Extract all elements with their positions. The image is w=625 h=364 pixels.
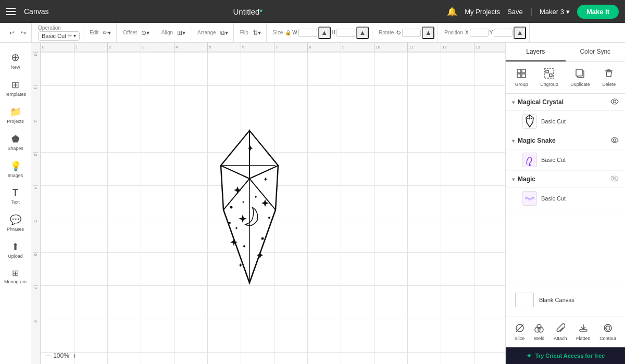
sidebar-label-phrases: Phrases <box>7 227 24 232</box>
my-projects-link[interactable]: My Projects <box>465 8 500 16</box>
flatten-icon <box>579 323 588 335</box>
visibility-toggle-magic-snake[interactable] <box>610 136 619 145</box>
offset-button[interactable]: ⊙ ▾ <box>139 28 152 37</box>
panel-tabs: Layers Color Sync <box>506 43 625 62</box>
operation-label: Operation <box>38 25 80 31</box>
edit-group: Edit ✏ ▾ <box>86 23 117 42</box>
rotate-stepper[interactable]: ▲ <box>422 27 434 39</box>
position-stepper[interactable]: ▲ <box>514 27 526 39</box>
tab-color-sync[interactable]: Color Sync <box>566 43 626 61</box>
sidebar-item-new[interactable]: ⊕ New <box>2 47 29 74</box>
flip-group: Flip ⇅ ▾ <box>237 23 267 42</box>
chevron-down-icon: ▾ <box>258 29 261 36</box>
app-title: Canvas <box>24 7 48 16</box>
menu-icon[interactable] <box>6 8 16 15</box>
sidebar-label-templates: Templates <box>5 92 26 97</box>
x-input[interactable] <box>470 29 489 37</box>
ungroup-button[interactable]: Ungroup <box>536 66 562 89</box>
crystal-svg <box>208 127 291 288</box>
delete-button[interactable]: Delete <box>598 66 620 89</box>
sidebar-item-projects[interactable]: 📁 Projects <box>2 102 29 128</box>
flatten-button[interactable]: Flatten <box>573 321 594 343</box>
zoom-out-button[interactable]: − <box>46 352 50 360</box>
svg-rect-27 <box>580 330 587 331</box>
sidebar-item-text[interactable]: T Text <box>2 183 29 209</box>
sidebar-item-monogram[interactable]: ⊞ Monogram <box>2 264 29 288</box>
tab-layers[interactable]: Layers <box>506 43 566 61</box>
blank-canvas-item[interactable]: Blank Canvas <box>512 290 619 310</box>
panel-bottom-actions: Slice Weld Attach <box>506 317 625 347</box>
maker-selector[interactable]: Maker 3 ▾ <box>540 8 570 16</box>
height-input[interactable] <box>336 29 355 37</box>
layer-group-name-magical-crystal: Magical Crystal <box>518 98 607 106</box>
svg-rect-11 <box>522 74 526 78</box>
cricut-promo-link[interactable]: Try Cricut Access for free <box>535 353 605 359</box>
position-group: Position X Y ▲ <box>441 23 530 42</box>
toolbar: ↩ ↪ Operation Basic Cut ✏ ▾ Edit ✏ ▾ Off… <box>0 23 625 43</box>
visibility-toggle-magical-crystal[interactable] <box>610 98 619 106</box>
edit-button[interactable]: ✏ ▾ <box>101 28 113 37</box>
crystal-artwork[interactable] <box>208 127 291 290</box>
visibility-toggle-magic[interactable] <box>610 175 619 183</box>
width-input[interactable] <box>298 29 317 37</box>
add-icon: ⊕ <box>11 51 20 64</box>
sidebar-item-images[interactable]: 💡 Images <box>2 156 29 182</box>
svg-point-2 <box>268 217 270 219</box>
edit-label: Edit <box>90 30 98 35</box>
sidebar-item-phrases[interactable]: 💬 Phrases <box>2 210 29 236</box>
weld-icon <box>534 323 544 335</box>
templates-icon: ⊞ <box>11 79 19 91</box>
rotate-input[interactable] <box>402 29 421 37</box>
align-button[interactable]: ⊞ ▾ <box>175 28 188 37</box>
zoom-controls: − 100% + <box>46 352 77 360</box>
flip-button[interactable]: ⇅ ▾ <box>251 28 263 37</box>
svg-point-0 <box>230 206 233 208</box>
sidebar-item-upload[interactable]: ⬆ Upload <box>2 237 29 263</box>
arrange-button[interactable]: ⧉ ▾ <box>218 28 230 37</box>
layer-group-header-magic-snake[interactable]: ▾ Magic Snake <box>506 132 625 149</box>
cricut-promo[interactable]: ✦ Try Cricut Access for free <box>506 347 625 364</box>
sidebar-label-text: Text <box>11 199 20 205</box>
layer-group-magical-crystal: ▾ Magical Crystal <box>506 94 625 132</box>
canvas-area[interactable]: 0 1 2 3 4 5 6 7 8 9 10 11 12 13 0 1 2 <box>31 43 505 364</box>
weld-button[interactable]: Weld <box>531 321 547 343</box>
operation-select[interactable]: Basic Cut ✏ ▾ <box>38 31 80 41</box>
layer-group-header-magic[interactable]: ▾ Magic <box>506 171 625 188</box>
svg-rect-13 <box>546 70 548 73</box>
layer-item-ms-basic-cut[interactable]: Basic Cut <box>506 149 625 171</box>
duplicate-button[interactable]: Duplicate <box>566 66 594 89</box>
y-input[interactable] <box>494 29 512 37</box>
chevron-down-icon: ▾ <box>146 29 149 36</box>
sidebar-item-shapes[interactable]: ⬟ Shapes <box>2 129 29 155</box>
zoom-in-button[interactable]: + <box>72 352 77 360</box>
canvas-content <box>41 52 505 364</box>
svg-rect-16 <box>576 69 582 76</box>
contour-button[interactable]: Contour <box>596 321 619 343</box>
width-stepper-up[interactable]: ▲ <box>318 27 331 39</box>
layer-item-mc-basic-cut[interactable]: Basic Cut <box>506 111 625 132</box>
svg-point-17 <box>614 101 616 103</box>
left-sidebar: ⊕ New ⊞ Templates 📁 Projects ⬟ Shapes 💡 … <box>0 43 31 364</box>
flip-icon: ⇅ <box>253 29 258 36</box>
slice-button[interactable]: Slice <box>511 321 528 343</box>
make-it-button[interactable]: Make It <box>577 5 619 19</box>
layer-group-header-magical-crystal[interactable]: ▾ Magical Crystal <box>506 94 625 111</box>
group-button[interactable]: Group <box>511 66 532 89</box>
layer-group-name-magic-snake: Magic Snake <box>518 137 607 144</box>
h-label: H <box>332 30 335 35</box>
bell-icon[interactable]: 🔔 <box>447 7 457 17</box>
operation-group: Operation Basic Cut ✏ ▾ <box>35 23 83 42</box>
size-label: Size <box>273 30 283 35</box>
doc-title: Untitled* <box>233 7 263 16</box>
projects-icon: 📁 <box>10 106 21 118</box>
ruler-corner <box>31 43 41 52</box>
sidebar-item-templates[interactable]: ⊞ Templates <box>2 75 29 101</box>
undo-button[interactable]: ↩ <box>7 28 17 37</box>
redo-button[interactable]: ↪ <box>19 28 28 37</box>
attach-icon <box>556 323 565 335</box>
rotate-group: Rotate ↻ ▲ <box>376 23 438 42</box>
save-button[interactable]: Save <box>507 8 523 16</box>
layer-item-m-basic-cut[interactable]: Basic Cut <box>506 188 625 209</box>
attach-button[interactable]: Attach <box>551 321 570 343</box>
height-stepper-up[interactable]: ▲ <box>356 27 369 39</box>
